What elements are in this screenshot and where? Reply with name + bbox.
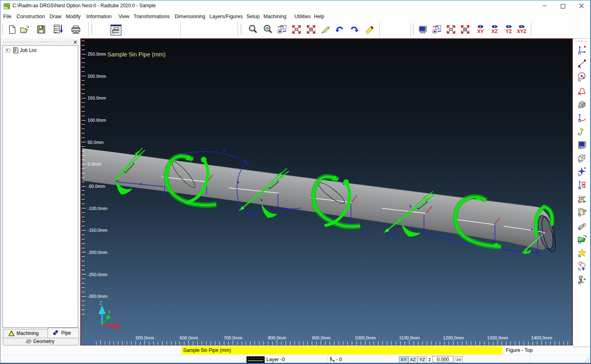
svg-text:-200.0mm: -200.0mm <box>88 250 108 255</box>
svg-text:250.0mm: 250.0mm <box>88 52 106 56</box>
svg-text:100.0mm: 100.0mm <box>88 118 106 123</box>
svg-text:XZ: XZ <box>491 29 497 34</box>
svg-text:-150.0mm: -150.0mm <box>88 228 108 233</box>
svg-text:X: X <box>115 318 118 324</box>
svg-text:YZ: YZ <box>505 29 512 34</box>
svg-text:50.0mm: 50.0mm <box>88 140 104 145</box>
svg-text:150.0mm: 150.0mm <box>88 96 106 100</box>
svg-text:600.0mm: 600.0mm <box>180 335 198 340</box>
svg-text:800.0mm: 800.0mm <box>268 335 286 340</box>
svg-text:1300.0mm: 1300.0mm <box>487 335 508 340</box>
svg-text:1200.0mm: 1200.0mm <box>443 335 464 340</box>
svg-text:Y: Y <box>107 309 111 315</box>
svg-text:-300.0mm: -300.0mm <box>88 294 108 299</box>
svg-text:1000.0mm: 1000.0mm <box>355 335 376 340</box>
svg-text:700.0mm: 700.0mm <box>224 335 242 340</box>
svg-text:-50.0mm: -50.0mm <box>88 184 105 189</box>
svg-text:200.0mm: 200.0mm <box>88 74 106 79</box>
svg-text:-100.0mm: -100.0mm <box>88 206 108 211</box>
svg-text:Sample 5in Pipe (mm): Sample 5in Pipe (mm) <box>107 51 165 58</box>
svg-text:Z: Z <box>99 300 102 306</box>
svg-text:900.0mm: 900.0mm <box>312 335 330 340</box>
svg-text:XYZ: XYZ <box>517 29 526 34</box>
svg-text:GO!: GO! <box>54 31 58 33</box>
svg-text:-250.0mm: -250.0mm <box>88 272 108 277</box>
svg-text:0.0mm: 0.0mm <box>88 162 101 166</box>
svg-text:500.0mm: 500.0mm <box>136 335 154 340</box>
svg-text:1400.0mm: 1400.0mm <box>531 335 552 340</box>
svg-text:1100.0mm: 1100.0mm <box>399 335 420 340</box>
svg-text:XY: XY <box>477 29 484 34</box>
